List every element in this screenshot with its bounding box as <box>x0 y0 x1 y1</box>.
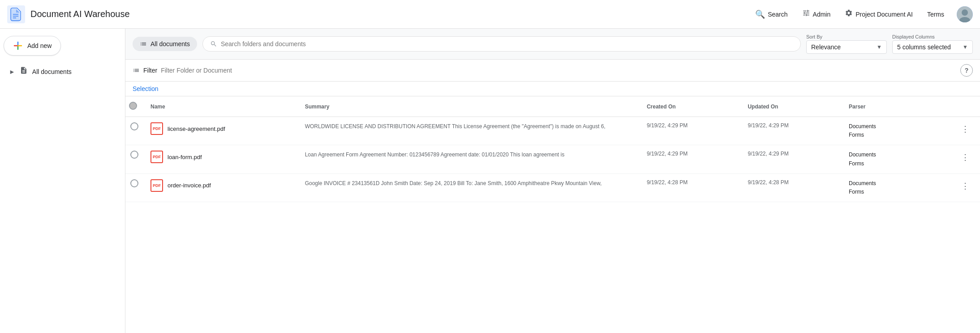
created-date-1: 9/19/22, 4:29 PM <box>647 151 734 157</box>
row-created-1: 9/19/22, 4:29 PM <box>640 145 741 173</box>
list-icon <box>140 40 147 48</box>
row-summary-1: Loan Agreement Form Agreement Number: 01… <box>298 145 640 173</box>
doc-name-0[interactable]: license-agreement.pdf <box>168 125 225 132</box>
filter-icon <box>133 67 140 74</box>
app-header: Document AI Warehouse 🔍 Search Admin Pro… <box>0 0 980 29</box>
row-actions-0: ⋮ <box>950 117 980 145</box>
app-body: Add new ► All documents All documents So… <box>0 29 980 333</box>
row-updated-2: 9/19/22, 4:28 PM <box>740 173 842 202</box>
filter-label: Filter <box>143 67 157 74</box>
doc-name-wrapper-0: PDF license-agreement.pdf <box>150 122 291 135</box>
search-icon: 🔍 <box>755 9 765 19</box>
app-title: Document AI Warehouse <box>30 9 130 19</box>
all-documents-label: All documents <box>150 40 190 48</box>
sort-dropdown-arrow: ▼ <box>877 44 882 50</box>
created-date-2: 9/19/22, 4:28 PM <box>647 179 734 186</box>
help-button[interactable]: ? <box>960 64 973 77</box>
row-more-button-2[interactable]: ⋮ <box>958 179 973 193</box>
parser-badge-0: DocumentsForms <box>849 122 943 139</box>
updated-date-2: 9/19/22, 4:28 PM <box>748 179 834 186</box>
doc-name-wrapper-2: PDF order-invoice.pdf <box>150 179 291 192</box>
filter-input[interactable] <box>161 67 957 74</box>
pdf-icon-1: PDF <box>150 151 163 163</box>
table-row: PDF license-agreement.pdf WORLDWIDE LICE… <box>125 117 980 145</box>
doc-name-wrapper-1: PDF loan-form.pdf <box>150 151 291 163</box>
search-input[interactable] <box>221 40 793 48</box>
row-name-cell-1: PDF loan-form.pdf <box>143 145 298 173</box>
sidebar: Add new ► All documents <box>0 29 125 333</box>
user-avatar[interactable] <box>957 6 973 22</box>
sort-by-select[interactable]: Relevance ▼ <box>806 40 887 54</box>
row-updated-1: 9/19/22, 4:29 PM <box>740 145 842 173</box>
doc-summary-text-2: Google INVOICE # 23413561D John Smith Da… <box>305 179 632 187</box>
row-name-cell-0: PDF license-agreement.pdf <box>143 117 298 145</box>
row-parser-1: DocumentsForms <box>842 145 950 173</box>
pdf-icon-2: PDF <box>150 179 163 192</box>
nav-project[interactable]: Project Document AI <box>839 5 918 23</box>
row-more-button-1[interactable]: ⋮ <box>958 151 973 164</box>
row-created-0: 9/19/22, 4:29 PM <box>640 117 741 145</box>
th-updated-on: Updated On <box>740 96 842 117</box>
sort-by-value: Relevance <box>811 43 841 51</box>
table-header-row: Name Summary Created On Updated On Parse… <box>125 96 980 117</box>
row-more-button-0[interactable]: ⋮ <box>958 122 973 136</box>
table-row: PDF order-invoice.pdf Google INVOICE # 2… <box>125 173 980 202</box>
columns-label: Displayed Columns <box>892 34 973 39</box>
sort-dropdown: Sort By Relevance ▼ <box>806 34 887 54</box>
pdf-icon-0: PDF <box>150 122 163 135</box>
logo-area: Document AI Warehouse <box>7 5 130 23</box>
nav-admin[interactable]: Admin <box>797 5 836 23</box>
row-parser-0: DocumentsForms <box>842 117 950 145</box>
row-checkbox-2[interactable] <box>130 179 138 187</box>
row-summary-2: Google INVOICE # 23413561D John Smith Da… <box>298 173 640 202</box>
doc-summary-text-1: Loan Agreement Form Agreement Number: 01… <box>305 151 632 159</box>
parser-badge-2: DocumentsForms <box>849 179 943 196</box>
doc-name-2[interactable]: order-invoice.pdf <box>168 182 211 189</box>
row-actions-1: ⋮ <box>950 145 980 173</box>
filter-row: Filter ? <box>125 60 980 82</box>
selection-link[interactable]: Selection <box>133 85 159 92</box>
row-checkbox-0[interactable] <box>130 122 138 130</box>
document-icon <box>20 66 28 77</box>
app-logo-icon <box>7 5 25 23</box>
row-check-0[interactable] <box>125 117 143 145</box>
th-actions <box>950 96 980 117</box>
row-summary-0: WORLDWIDE LICENSE AND DISTRIBUTION AGREE… <box>298 117 640 145</box>
settings-icon <box>845 9 853 19</box>
th-summary: Summary <box>298 96 640 117</box>
main-content: All documents Sort By Relevance ▼ Displa… <box>125 29 980 333</box>
updated-date-1: 9/19/22, 4:29 PM <box>748 151 834 157</box>
row-check-2[interactable] <box>125 173 143 202</box>
doc-name-1[interactable]: loan-form.pdf <box>168 154 202 160</box>
row-updated-0: 9/19/22, 4:29 PM <box>740 117 842 145</box>
chevron-right-icon: ► <box>9 68 15 75</box>
updated-date-0: 9/19/22, 4:29 PM <box>748 122 834 129</box>
created-date-0: 9/19/22, 4:29 PM <box>647 122 734 129</box>
row-actions-2: ⋮ <box>950 173 980 202</box>
sidebar-item-label: All documents <box>32 68 72 75</box>
row-checkbox-1[interactable] <box>130 151 138 159</box>
search-box-icon <box>210 40 217 48</box>
plus-icon <box>13 41 23 51</box>
th-check <box>125 96 143 117</box>
nav-terms[interactable]: Terms <box>922 7 950 22</box>
all-documents-button[interactable]: All documents <box>133 37 197 51</box>
columns-select[interactable]: 5 columns selected ▼ <box>892 40 973 54</box>
columns-dropdown: Displayed Columns 5 columns selected ▼ <box>892 34 973 54</box>
row-check-1[interactable] <box>125 145 143 173</box>
add-new-label: Add new <box>27 42 52 49</box>
th-parser: Parser <box>842 96 950 117</box>
svg-point-5 <box>962 9 968 16</box>
select-all-checkbox[interactable] <box>129 102 137 110</box>
add-new-button[interactable]: Add new <box>4 36 61 56</box>
th-created-on: Created On <box>640 96 741 117</box>
parser-badge-1: DocumentsForms <box>849 151 943 168</box>
columns-dropdown-arrow: ▼ <box>963 44 968 50</box>
documents-table: Name Summary Created On Updated On Parse… <box>125 96 980 202</box>
nav-search[interactable]: 🔍 Search <box>750 6 793 23</box>
columns-value: 5 columns selected <box>897 43 951 51</box>
toolbar: All documents Sort By Relevance ▼ Displa… <box>125 29 980 60</box>
th-name: Name <box>143 96 298 117</box>
search-box[interactable] <box>202 36 801 52</box>
sidebar-item-all-documents[interactable]: ► All documents <box>4 63 121 80</box>
